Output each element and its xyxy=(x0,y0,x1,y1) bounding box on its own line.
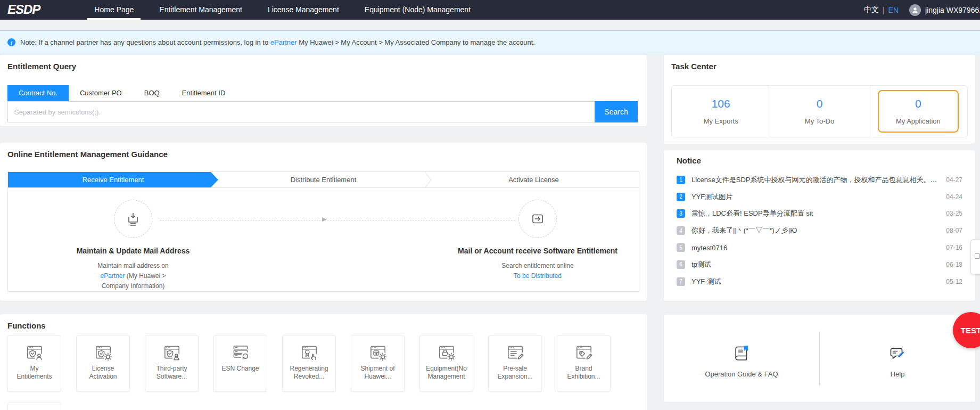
functions-row: My Entitlements License Activation Third… xyxy=(7,335,611,392)
step-distribute-entitlement[interactable]: Distribute Entitlement xyxy=(218,172,429,187)
receive-software-detail: Search entitlement online To be Distribu… xyxy=(423,261,652,281)
guidance-title: Online Entitlement Management Guidance xyxy=(7,150,168,159)
notice-date: 07-16 xyxy=(946,244,962,251)
stat-my-todo[interactable]: 0 My To-Do xyxy=(770,86,868,137)
guidance-steps: Receive Entitlement Distribute Entitleme… xyxy=(8,172,639,188)
window-shield-gear-icon xyxy=(93,342,114,361)
query-tabs: Contract No. Customer PO BOQ Entitlement… xyxy=(7,85,236,101)
window-box-gear-icon xyxy=(367,342,389,361)
my-todo-count: 0 xyxy=(817,97,823,110)
mail-address-heading: Maintain & Update Mail Address xyxy=(59,247,208,255)
step-activate-license[interactable]: Activate License xyxy=(429,172,639,187)
task-center-card: Task Center 106 My Exports 0 My To-Do 0 … xyxy=(664,55,975,144)
my-application-count: 0 xyxy=(915,97,921,110)
receive-circle xyxy=(114,200,152,238)
notice-rank-badge: 2 xyxy=(677,193,685,201)
notice-list: 1 License文件是SDP系统中授权与网元的激活的产物，授权和产品包息息相关… xyxy=(677,171,962,290)
task-stats: 106 My Exports 0 My To-Do 0 My Applicati… xyxy=(671,85,968,137)
notice-link[interactable]: 你好，我来了||丶(*￣▽￣*)ノ彡|Ю xyxy=(691,226,941,235)
notice-rank-badge: 7 xyxy=(677,277,685,286)
notice-title: Notice xyxy=(677,156,701,165)
floating-toolbar[interactable] xyxy=(970,239,980,275)
notice-date: 04-27 xyxy=(946,176,962,184)
nav-item-home[interactable]: Home Page xyxy=(87,0,141,20)
flow-arrow-icon: ▶ xyxy=(322,216,326,223)
entitlement-query-card: Entitlement Query Contract No. Customer … xyxy=(0,55,647,126)
nav-item-equipment-management[interactable]: Equipment (Node) Management xyxy=(358,0,477,20)
guidance-step-mail-address: Maintain & Update Mail Address Maintain … xyxy=(59,200,208,291)
tab-customer-po[interactable]: Customer PO xyxy=(69,85,133,101)
notice-date: 05-12 xyxy=(946,278,962,285)
stat-my-application[interactable]: 0 My Application xyxy=(869,86,967,137)
tab-contract-no[interactable]: Contract No. xyxy=(7,85,69,101)
task-center-title: Task Center xyxy=(671,62,717,71)
stat-my-exports[interactable]: 106 My Exports xyxy=(672,86,770,137)
function-brand-exhibition[interactable]: Brand Exhibition... xyxy=(557,335,611,392)
function-my-entitlements[interactable]: My Entitlements xyxy=(7,335,61,392)
functions-card: Functions My Entitlements License Activa… xyxy=(0,314,647,410)
step-chevron-icon xyxy=(425,172,432,188)
operation-guide-faq[interactable]: Operation Guide & FAQ xyxy=(664,339,819,378)
query-input[interactable] xyxy=(7,101,595,122)
notice-date: 08-07 xyxy=(946,227,962,234)
notice-item: 1 License文件是SDP系统中授权与网元的激活的产物，授权和产品包息息相关… xyxy=(677,171,962,188)
epartner-link-guidance[interactable]: ePartner xyxy=(100,272,125,280)
notice-date: 06-18 xyxy=(946,261,962,268)
notice-card: Notice 1 License文件是SDP系统中授权与网元的激活的产物，授权和… xyxy=(664,150,975,301)
notice-item: 6 tp测试 06-18 xyxy=(677,256,962,273)
user-avatar[interactable] xyxy=(909,4,921,16)
window-shield-person-icon xyxy=(161,342,183,361)
function-equipment-node-management[interactable]: Equipment(No Management xyxy=(419,335,473,392)
function-third-party-software[interactable]: Third-party Software... xyxy=(145,335,199,392)
function-regenerating-revoked[interactable]: Regenerating Revoked... xyxy=(282,335,336,392)
tab-boq[interactable]: BOQ xyxy=(133,85,171,101)
nav-item-entitlement-management[interactable]: Entitlement Management xyxy=(152,0,249,20)
function-card-partial[interactable] xyxy=(7,403,61,410)
notice-rank-badge: 1 xyxy=(677,176,685,184)
search-button[interactable]: Search xyxy=(595,101,638,122)
guidance-content: ▶ Maintain & Update Mail Address Maintai… xyxy=(8,188,639,291)
notice-link[interactable]: YYF测试图片 xyxy=(691,192,941,202)
notice-link[interactable]: mytest0716 xyxy=(691,244,941,252)
notice-link[interactable]: License文件是SDP系统中授权与网元的激活的产物，授权和产品包息息相关。打… xyxy=(691,175,941,185)
mail-address-detail: Maintain mail address on ePartner (My Hu… xyxy=(59,261,208,291)
info-icon: i xyxy=(7,38,15,46)
guidance-card: Online Entitlement Management Guidance R… xyxy=(0,143,647,301)
function-shipment-of-huawei[interactable]: Shipment of Huawei... xyxy=(351,335,405,392)
function-esn-change[interactable]: ESN Change xyxy=(213,335,267,392)
mail-circle xyxy=(518,200,557,238)
lang-switch-en[interactable]: EN xyxy=(888,6,899,14)
note-text: Note: If a channel partner has any quest… xyxy=(20,38,535,46)
notice-item: 5 mytest0716 07-16 xyxy=(677,239,962,256)
lang-switch-zh[interactable]: 中文 xyxy=(864,5,879,15)
main-nav: Home Page Entitlement Management License… xyxy=(81,0,483,20)
notice-link[interactable]: YYF-测试 xyxy=(691,277,941,286)
notice-rank-badge: 4 xyxy=(677,226,685,235)
toolbar-glyph-icon xyxy=(975,253,980,259)
guide-book-icon xyxy=(731,344,752,363)
notice-date: 03-25 xyxy=(946,210,962,217)
window-ribbon-hand-icon xyxy=(299,342,320,361)
my-exports-count: 106 xyxy=(712,97,730,110)
note-bar: i Note: If a channel partner has any que… xyxy=(0,30,980,54)
to-be-distributed-link[interactable]: To be Distributed xyxy=(514,272,562,280)
step-receive-entitlement[interactable]: Receive Entitlement xyxy=(8,172,218,187)
notice-rank-badge: 5 xyxy=(677,243,685,252)
nav-item-license-management[interactable]: License Management xyxy=(261,0,346,20)
tab-entitlement-id[interactable]: Entitlement ID xyxy=(171,85,237,101)
mail-forward-icon xyxy=(528,209,547,228)
notice-rank-badge: 6 xyxy=(677,260,685,269)
functions-title: Functions xyxy=(7,321,46,330)
function-license-activation[interactable]: License Activation xyxy=(76,335,130,392)
window-tag-pencil-icon xyxy=(573,342,595,361)
notice-link[interactable]: tp测试 xyxy=(691,260,941,269)
username[interactable]: jingjia WX979661 xyxy=(925,6,980,14)
function-pre-sale-expansion[interactable]: Pre-sale Expansion... xyxy=(488,335,542,392)
notice-link[interactable]: 震惊，LDC必看! ESDP导单分流配置 sit xyxy=(691,209,941,218)
window-lock-gear-icon xyxy=(436,342,457,361)
window-shield-user-icon xyxy=(24,342,45,361)
epartner-link[interactable]: ePartner xyxy=(270,38,297,46)
app-logo: ESDP xyxy=(7,0,40,20)
help[interactable]: Help xyxy=(820,339,975,378)
notice-item: 7 YYF-测试 05-12 xyxy=(677,273,962,290)
